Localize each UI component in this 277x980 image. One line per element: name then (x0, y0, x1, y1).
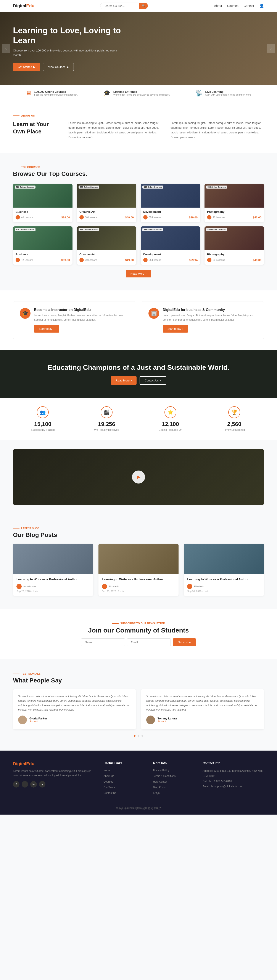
counter-num-featured: 12,100 (141, 421, 200, 428)
footer-link-blog[interactable]: Blog Posts (153, 786, 166, 789)
footer-link-help[interactable]: Help Center (153, 780, 167, 783)
testimonials-section: Testimonials What People Say "Lorem ipsu… (0, 659, 277, 751)
course-card[interactable]: 526 Online Courses Business 40 Lessons $… (13, 184, 73, 222)
search-input[interactable] (100, 3, 139, 9)
blog-card-2[interactable]: Learning to Write as a Professional Auth… (99, 544, 179, 596)
footer-more-info-heading: More Info (153, 761, 194, 765)
nav-link-about[interactable]: About (214, 4, 222, 8)
stat-item-live: 📡 Live Learning Start with your goals in… (195, 89, 251, 97)
course-card[interactable]: 366 Online Courses Creative Art 30 Lesso… (77, 184, 136, 222)
course-card[interactable]: 443 Online Courses Development 35 Lesson… (141, 184, 200, 222)
footer-link-home[interactable]: Home (103, 769, 110, 772)
newsletter-email-input[interactable] (127, 638, 171, 646)
course-image: 366 Online Courses (77, 184, 136, 208)
course-card[interactable]: 443 Online Courses Development 35 Lesson… (141, 226, 200, 265)
instructor-cta-button[interactable]: Start today › (34, 325, 59, 332)
course-avatar (16, 258, 20, 262)
footer-link-contact[interactable]: Contact Us (103, 791, 116, 794)
counters-section: 👥 15,100 Successfully Trained 🎬 19,256 W… (0, 398, 277, 440)
blog-card-1[interactable]: Learning to Write as a Professional Auth… (13, 544, 93, 596)
hero-prev-button[interactable]: ‹ (2, 44, 10, 53)
course-meta: 40 Lessons $39.00 (16, 215, 70, 220)
counter-num-revolved: 19,256 (77, 421, 136, 428)
video-section: ▶ (13, 449, 264, 505)
newsletter-name-input[interactable] (81, 638, 125, 646)
dot-1[interactable] (134, 735, 135, 737)
dot-3[interactable] (142, 735, 143, 737)
blog-tag-line (13, 528, 19, 528)
footer-link-courses[interactable]: Courses (103, 780, 113, 783)
navbar: DigitalEdu 🔍 About Courses Contact 👤 (0, 0, 277, 12)
banner-read-more-button[interactable]: Read More › (111, 376, 137, 385)
counter-num-trained: 15,100 (13, 421, 73, 428)
course-price: $39.00 (61, 216, 70, 219)
course-image: 526 Online Courses (204, 226, 264, 250)
footer-link-terms[interactable]: Terms & Conditions (153, 775, 175, 778)
footer-link-privacy[interactable]: Privacy Policy (153, 769, 169, 772)
dot-2[interactable] (138, 735, 139, 737)
business-cta-button[interactable]: Start today › (163, 325, 188, 332)
course-price: $59.94 (189, 258, 197, 262)
blog-image-3 (184, 544, 264, 574)
footer-bottom: 学多多 学到即学习即用的功能 可以说了 (13, 803, 264, 810)
testimonial-role-1: Student (29, 720, 47, 723)
course-avatar (80, 258, 84, 262)
counter-featured: ⭐ 12,100 Getting Featured On (141, 406, 200, 431)
search-bar[interactable]: 🔍 (100, 3, 148, 9)
view-courses-button[interactable]: View Courses ▶ (43, 63, 74, 71)
user-icon[interactable]: 👤 (259, 3, 264, 8)
blog-section: Latest Blog Our Blog Posts Learning to W… (0, 514, 277, 609)
about-grid: Learn at Your Own Place Lorem ipsum dosi… (13, 121, 264, 140)
facebook-icon[interactable]: f (13, 781, 19, 788)
youtube-icon[interactable]: y (39, 781, 45, 788)
banner-title: Educating Champions of a Just and Sustai… (48, 363, 229, 372)
footer-link-faq[interactable]: FAQs (153, 791, 159, 794)
counter-num-established: 2,560 (204, 421, 264, 428)
twitter-icon[interactable]: t (22, 781, 28, 788)
linkedin-icon[interactable]: in (30, 781, 37, 788)
course-meta: 35 Lessons $39.00 (143, 215, 197, 220)
search-button[interactable]: 🔍 (139, 3, 148, 9)
business-title: DigitalEdu for business & Community (163, 308, 257, 312)
business-icon: 🏢 (148, 308, 159, 319)
footer-contact: Contact Info Address: 1211 Finux 111 Mor… (202, 761, 264, 796)
course-avatar (16, 215, 20, 220)
course-card[interactable]: 526 Online Courses Business 42 Lessons $… (13, 226, 73, 265)
course-lessons: 20 Lessons (213, 259, 225, 261)
banner-contact-label: Contact Us (145, 379, 159, 382)
logo-text-main: Digital (13, 3, 26, 8)
blog-author-name-3: Elizabeth (194, 585, 204, 588)
blog-avatar-2 (102, 584, 107, 589)
course-card[interactable]: 366 Online Courses Creative Art 30 Lesso… (77, 226, 136, 265)
read-more-section: Read More › (13, 270, 264, 277)
testimonial-text-2: "Lorem ipsum dolor sit amet consectetur … (146, 694, 259, 712)
about-tag-text: About Us (21, 114, 35, 117)
course-image: 443 Online Courses (141, 184, 200, 208)
about-title: Learn at Your Own Place (13, 121, 60, 140)
footer-link-team[interactable]: Our Team (103, 786, 115, 789)
nav-link-courses[interactable]: Courses (227, 4, 239, 8)
blog-grid: Learning to Write as a Professional Auth… (13, 544, 264, 596)
blog-author-name-1: Isabella ava (23, 585, 36, 588)
course-avatar (143, 215, 148, 220)
hero-next-button[interactable]: › (267, 44, 275, 53)
play-button[interactable]: ▶ (132, 471, 145, 484)
course-card[interactable]: 526 Online Courses Photography 20 Lesson… (204, 184, 264, 222)
course-lessons: 35 Lessons (149, 259, 161, 261)
course-card[interactable]: 526 Online Courses Photography 20 Lesson… (204, 226, 264, 265)
get-started-button[interactable]: Get Started ▶ (13, 63, 40, 71)
read-more-button[interactable]: Read More › (126, 270, 151, 277)
course-title: Business (16, 253, 70, 256)
course-badge: 526 Online Courses (15, 186, 35, 189)
business-content: DigitalEdu for business & Community Lore… (163, 308, 257, 332)
banner-contact-button[interactable]: Contact Us › (140, 376, 166, 385)
course-avatar (207, 258, 212, 262)
course-badge: 526 Online Courses (15, 228, 35, 231)
newsletter-subscribe-button[interactable]: Subscribe (173, 638, 196, 646)
blog-card-3[interactable]: Learning to Write as a Professional Auth… (184, 544, 264, 596)
course-title: Development (143, 253, 197, 256)
footer-link-about[interactable]: About Us (103, 775, 114, 778)
nav-link-contact[interactable]: Contact (244, 4, 254, 8)
course-price: $39.00 (189, 216, 197, 219)
stat-label-courses: 100,000 Online Courses (34, 90, 78, 94)
